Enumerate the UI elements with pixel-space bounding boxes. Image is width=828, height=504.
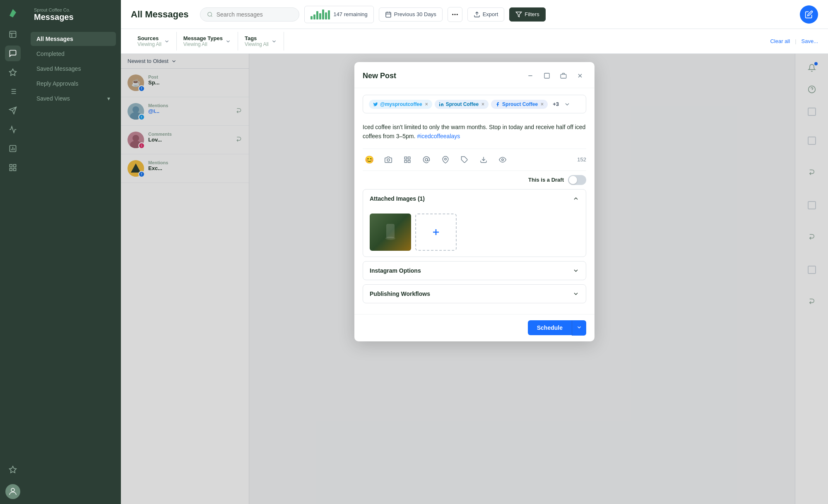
sidebar-item-tasks[interactable]	[5, 84, 21, 99]
photo-button[interactable]	[382, 153, 395, 166]
schedule-button[interactable]: Schedule	[528, 320, 572, 335]
download-button[interactable]	[477, 153, 490, 166]
publishing-workflows-section: Publishing Workflows	[363, 284, 586, 303]
modal-body: @mysproutcoffee × Sprout Coffee × Sprouc…	[354, 88, 595, 314]
svg-point-24	[453, 14, 453, 15]
save-filter-button[interactable]: Save...	[802, 38, 818, 44]
twitter-icon	[373, 102, 378, 107]
new-post-modal: New Post	[354, 62, 595, 341]
location-button[interactable]	[439, 153, 452, 166]
message-types-filter[interactable]: Message Types Viewing All	[177, 32, 238, 50]
filters-button[interactable]: Filters	[509, 7, 545, 22]
more-accounts-count[interactable]: +3	[550, 99, 561, 109]
grid-button[interactable]	[401, 153, 414, 166]
nav-item-saved-messages[interactable]: Saved Messages	[31, 62, 116, 76]
expand-accounts-button[interactable]	[564, 101, 570, 108]
nav-item-reply-approvals[interactable]: Reply Approvals	[31, 77, 116, 91]
at-icon	[423, 156, 430, 163]
bar-3	[316, 11, 318, 19]
emoji-button[interactable]: 😊	[363, 153, 376, 166]
svg-rect-41	[408, 157, 410, 159]
svg-point-44	[425, 158, 428, 161]
nav-section-title: Messages	[34, 12, 113, 22]
sidebar-item-publish[interactable]	[5, 103, 21, 118]
sidebar-item-reports[interactable]	[5, 141, 21, 156]
svg-point-45	[445, 158, 447, 160]
draft-toggle[interactable]	[568, 175, 586, 185]
svg-line-17	[211, 15, 212, 17]
instagram-section-header[interactable]: Instagram Options	[363, 262, 586, 280]
date-range-button[interactable]: Previous 30 Days	[379, 7, 443, 22]
tag-button[interactable]	[458, 153, 471, 166]
linkedin-account-tag[interactable]: Sprout Coffee ×	[435, 100, 489, 109]
twitter-account-tag[interactable]: @mysproutcoffee ×	[369, 100, 432, 109]
resize-button[interactable]	[541, 70, 553, 82]
date-range-label: Previous 30 Days	[394, 11, 436, 17]
close-button[interactable]	[574, 70, 586, 82]
image-preview	[370, 214, 411, 251]
modal-overlay: New Post	[121, 54, 828, 504]
nav-item-all-messages[interactable]: All Messages	[31, 32, 116, 46]
remove-facebook-tag[interactable]: ×	[541, 101, 544, 107]
export-button[interactable]: Export	[467, 7, 505, 22]
search-bar[interactable]	[200, 7, 299, 22]
tags-chevron-icon	[271, 38, 277, 44]
filter-actions: Clear all | Save...	[770, 38, 818, 44]
sidebar-item-pin[interactable]	[5, 65, 21, 80]
nav-item-label: Saved Views	[36, 95, 70, 102]
nav-item-completed[interactable]: Completed	[31, 47, 116, 61]
location-icon	[442, 156, 449, 163]
hashtag-link[interactable]: #icedcoffeealays	[417, 133, 460, 139]
preview-button[interactable]	[496, 153, 509, 166]
facebook-account-tag[interactable]: Sprouct Coffee ×	[491, 100, 548, 109]
chevron-down-icon	[564, 101, 570, 108]
eye-icon	[499, 156, 506, 163]
stack-button[interactable]	[557, 70, 570, 82]
minimize-button[interactable]	[524, 70, 537, 82]
svg-marker-26	[516, 12, 522, 17]
compose-toolbar: 😊	[363, 149, 586, 171]
search-input[interactable]	[217, 11, 293, 18]
workflows-section-label: Publishing Workflows	[370, 290, 430, 297]
mention-button[interactable]	[420, 153, 433, 166]
resize-icon	[544, 72, 550, 79]
nav-item-saved-views[interactable]: Saved Views ▾	[31, 91, 116, 106]
tags-label: Tags	[245, 35, 269, 41]
coffee-image-icon	[382, 222, 399, 242]
remove-twitter-tag[interactable]: ×	[425, 101, 428, 107]
images-collapse-icon	[573, 195, 579, 202]
workflows-section-header[interactable]: Publishing Workflows	[363, 285, 586, 303]
sidebar-item-messages[interactable]	[5, 46, 21, 61]
nav-item-label: Saved Messages	[36, 65, 81, 72]
tags-filter[interactable]: Tags Viewing All	[238, 32, 284, 50]
clear-all-button[interactable]: Clear all	[770, 38, 790, 44]
calendar-icon	[385, 11, 392, 18]
compose-text-display[interactable]: Iced coffee isn't limited to only the wa…	[363, 122, 586, 141]
sidebar-item-inbox[interactable]	[5, 26, 21, 42]
user-avatar[interactable]	[5, 484, 20, 499]
sidebar-item-analytics[interactable]	[5, 122, 21, 137]
more-options-button[interactable]	[448, 7, 462, 22]
stack-icon	[560, 72, 567, 79]
svg-rect-36	[561, 74, 566, 78]
camera-icon	[385, 156, 392, 163]
sidebar-item-automations[interactable]	[5, 160, 21, 175]
new-post-button[interactable]	[800, 5, 818, 24]
add-image-button[interactable]	[415, 214, 457, 251]
modal-header: New Post	[354, 62, 595, 88]
remove-linkedin-tag[interactable]: ×	[481, 101, 484, 107]
nav-item-label: Completed	[36, 50, 65, 57]
schedule-dropdown-button[interactable]	[572, 320, 586, 336]
linkedin-icon	[439, 102, 444, 107]
sources-filter[interactable]: Sources Viewing All	[131, 32, 177, 50]
nav-panel: Sprout Coffee Co. Messages All Messages …	[26, 0, 121, 504]
attached-images-section: Attached Images (1)	[363, 189, 586, 257]
images-section-header[interactable]: Attached Images (1)	[363, 190, 586, 208]
tag-icon	[461, 156, 468, 163]
svg-rect-35	[544, 73, 549, 78]
content-area: Newest to Oldest ☕ f Post Sp...	[121, 54, 828, 504]
linkedin-name: Sprout Coffee	[446, 101, 479, 107]
sidebar-item-reviews[interactable]	[5, 462, 21, 478]
draft-toggle-row: This is a Draft	[363, 171, 586, 189]
bar-6	[325, 12, 327, 19]
